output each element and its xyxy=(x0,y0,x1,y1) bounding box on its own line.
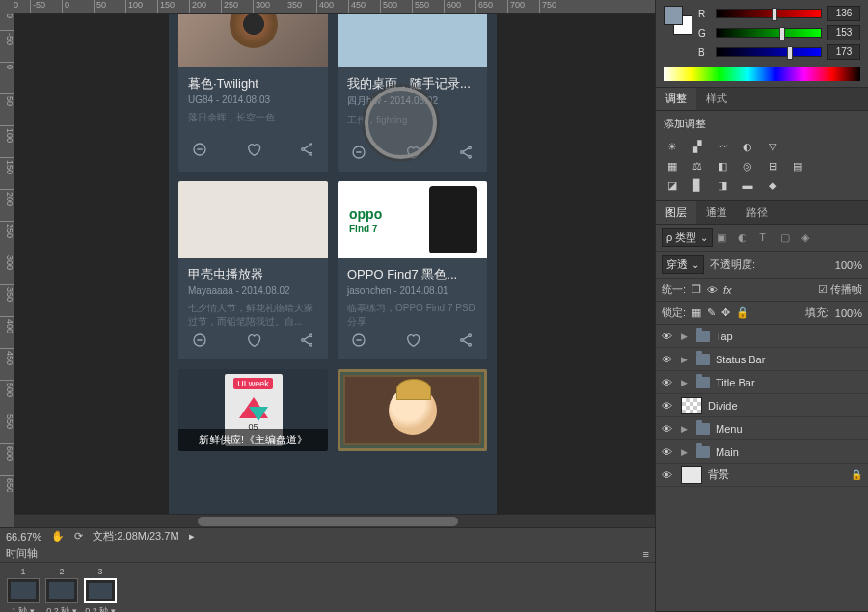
visibility-icon[interactable]: 👁 xyxy=(662,331,675,342)
card-thumb: oppoFind 7 xyxy=(338,181,487,258)
layer-filter-dropdown[interactable]: ρ 类型 ⌄ xyxy=(662,228,713,247)
card-actions xyxy=(178,136,328,169)
layer-row[interactable]: 👁▶Status Bar xyxy=(656,348,868,371)
card-uiweek[interactable]: UI week05 新鲜供应!《主编盘道》 xyxy=(178,369,328,451)
panel-menu-icon[interactable]: ≡ xyxy=(643,548,649,560)
card-twilight[interactable]: 暮色·Twilight UG84 - 2014.08.03 落日余晖，长空一色 xyxy=(178,14,328,172)
hand-icon[interactable]: ✋ xyxy=(51,530,65,543)
visibility-icon[interactable]: 👁 xyxy=(662,423,675,435)
posterize-icon[interactable]: ▊ xyxy=(689,177,706,193)
blue-slider[interactable] xyxy=(716,47,822,57)
svg-point-1 xyxy=(310,144,312,146)
status-bar: 66.67% ✋ ⟳ 文档:2.08M/23.7M ▸ xyxy=(0,527,655,545)
svg-point-15 xyxy=(469,343,472,346)
layer-row[interactable]: 👁Divide xyxy=(656,394,868,417)
visibility-icon[interactable]: 👁 xyxy=(662,354,675,365)
bw-icon[interactable]: ◧ xyxy=(714,158,731,173)
timeline-frame[interactable]: 11 秒 ▾ xyxy=(6,567,41,612)
share-icon[interactable] xyxy=(458,333,474,350)
foreground-swatch[interactable] xyxy=(664,6,683,25)
hue-icon[interactable]: ▦ xyxy=(664,158,681,173)
layer-row[interactable]: 👁▶Title Bar xyxy=(656,371,868,394)
lock-position-icon[interactable]: ✥ xyxy=(721,306,730,319)
filter-smart-icon[interactable]: ◈ xyxy=(801,231,815,245)
timeline-label: 时间轴 xyxy=(6,546,38,561)
tab-channels[interactable]: 通道 xyxy=(696,201,737,224)
fill-value[interactable]: 100% xyxy=(835,307,862,319)
lock-pixels-icon[interactable]: ✎ xyxy=(707,306,716,319)
tab-styles[interactable]: 样式 xyxy=(696,88,737,110)
layer-row[interactable]: 👁▶Main xyxy=(656,440,868,464)
svg-point-6 xyxy=(461,151,464,154)
balance-icon[interactable]: ⚖ xyxy=(689,158,706,173)
opacity-value[interactable]: 100% xyxy=(835,259,862,271)
heart-icon[interactable] xyxy=(246,333,261,350)
filter-shape-icon[interactable]: ▢ xyxy=(780,231,794,245)
color-panel: R136 G153 B173 xyxy=(656,0,868,88)
share-icon[interactable] xyxy=(299,142,314,159)
red-slider[interactable] xyxy=(716,9,822,18)
canvas[interactable]: ‹ 首页 作品 经验 灵感 活动 杂志 ⌄ 暮色·Twilight UG84 -… xyxy=(14,14,655,527)
selective-icon[interactable]: ◆ xyxy=(764,177,781,193)
green-value[interactable]: 153 xyxy=(827,25,860,40)
heart-icon[interactable] xyxy=(405,333,420,350)
doc-size: 文档:2.08M/23.7M xyxy=(93,529,178,544)
svg-point-7 xyxy=(469,155,472,158)
exposure-icon[interactable]: ◐ xyxy=(739,139,756,154)
visibility-icon[interactable]: 👁 xyxy=(662,446,675,458)
photo-filter-icon[interactable]: ◎ xyxy=(739,158,756,173)
channel-mixer-icon[interactable]: ⊞ xyxy=(764,158,781,173)
unify-style-icon[interactable]: fx xyxy=(723,284,732,296)
lock-all-icon[interactable]: 🔒 xyxy=(736,306,749,319)
timeline-frame[interactable]: 30.2 秒 ▾ xyxy=(83,567,118,612)
unify-position-icon[interactable]: ❐ xyxy=(692,283,701,296)
card-game[interactable] xyxy=(338,369,487,451)
blue-value[interactable]: 173 xyxy=(827,44,860,60)
svg-point-14 xyxy=(461,339,464,342)
filter-type-icon[interactable]: T xyxy=(759,231,773,245)
green-slider[interactable] xyxy=(716,28,822,38)
filter-pixel-icon[interactable]: ▣ xyxy=(717,231,730,245)
card-oppo[interactable]: oppoFind 7 OPPO Find7 黑色... jasonchen - … xyxy=(338,181,487,359)
chevron-right-icon[interactable]: ▸ xyxy=(189,530,195,543)
unify-visibility-icon[interactable]: 👁 xyxy=(707,284,718,296)
card-beetle[interactable]: 甲壳虫播放器 Mayaaaaa - 2014.08.02 七夕情人节，鲜花礼物暗… xyxy=(178,181,328,359)
blend-mode-dropdown[interactable]: 穿透 ⌄ xyxy=(662,255,704,274)
gradient-map-icon[interactable]: ▬ xyxy=(739,177,756,193)
filter-adjust-icon[interactable]: ◐ xyxy=(738,231,751,245)
visibility-icon[interactable]: 👁 xyxy=(662,377,675,388)
vibrance-icon[interactable]: ▽ xyxy=(764,139,781,154)
share-icon[interactable] xyxy=(299,333,314,350)
threshold-icon[interactable]: ◨ xyxy=(714,177,731,193)
lookup-icon[interactable]: ▤ xyxy=(789,158,806,173)
brightness-icon[interactable]: ☀ xyxy=(664,139,681,154)
comment-icon[interactable] xyxy=(351,333,366,350)
invert-icon[interactable]: ◪ xyxy=(664,177,681,193)
comment-icon[interactable] xyxy=(351,145,366,162)
color-spectrum[interactable] xyxy=(664,67,860,81)
zoom-level[interactable]: 66.67% xyxy=(6,531,41,543)
heart-icon[interactable] xyxy=(246,142,261,159)
horizontal-scrollbar[interactable] xyxy=(14,514,655,527)
curves-icon[interactable]: 〰 xyxy=(714,139,731,154)
tab-adjust[interactable]: 调整 xyxy=(656,88,696,110)
card-thumb xyxy=(338,369,487,451)
red-value[interactable]: 136 xyxy=(827,6,860,21)
folder-icon xyxy=(696,354,710,365)
comment-icon[interactable] xyxy=(192,142,207,159)
card-overlay-title: 新鲜供应!《主编盘道》 xyxy=(178,429,328,451)
visibility-icon[interactable]: 👁 xyxy=(662,400,675,412)
visibility-icon[interactable]: 👁 xyxy=(662,469,675,481)
svg-point-2 xyxy=(302,148,305,151)
layer-row[interactable]: 👁▶Menu xyxy=(656,417,868,440)
layer-row[interactable]: 👁▶Tap xyxy=(656,325,868,348)
timeline-frame[interactable]: 20.2 秒 ▾ xyxy=(44,567,79,612)
levels-icon[interactable]: ▞ xyxy=(689,139,706,154)
rotate-icon[interactable]: ⟳ xyxy=(74,530,83,543)
share-icon[interactable] xyxy=(458,145,474,162)
lock-transparent-icon[interactable]: ▦ xyxy=(692,306,701,319)
layer-row[interactable]: 👁背景🔒 xyxy=(656,464,868,487)
tab-layers[interactable]: 图层 xyxy=(656,201,696,224)
tab-paths[interactable]: 路径 xyxy=(737,201,777,224)
comment-icon[interactable] xyxy=(192,333,207,350)
